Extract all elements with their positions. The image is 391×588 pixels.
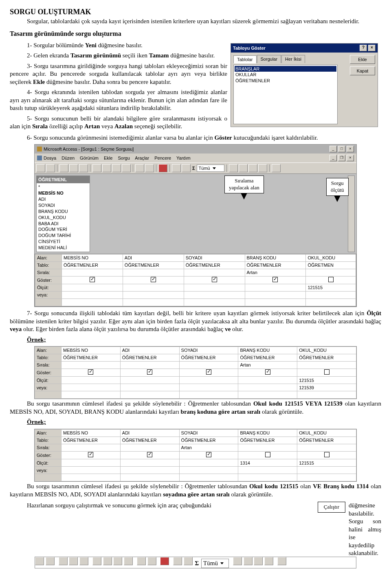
grid-cell[interactable] <box>238 384 297 391</box>
scrollbar[interactable] <box>348 176 355 252</box>
grid-cell[interactable] <box>62 459 121 467</box>
grid-cell[interactable] <box>123 269 184 276</box>
grid-cell[interactable]: 121515 <box>306 284 356 292</box>
toolbar-btn[interactable] <box>69 164 78 172</box>
grid-cell[interactable]: ÖĞRETMENLER <box>297 354 356 362</box>
toolbar-btn[interactable] <box>258 164 267 172</box>
toolbar-btn[interactable] <box>46 164 55 172</box>
grid-cell[interactable] <box>245 292 306 299</box>
top-values-combo[interactable]: Tümü <box>197 165 224 172</box>
show-checkbox[interactable] <box>62 369 121 377</box>
toolbar-btn[interactable] <box>122 164 131 172</box>
menu-item[interactable]: Araçlar <box>135 156 149 160</box>
grid-cell[interactable] <box>306 269 356 276</box>
grid-cell[interactable]: ÖĞRETMEN <box>306 261 356 269</box>
restore-icon[interactable]: ❐ <box>338 155 345 161</box>
grid-cell[interactable] <box>179 377 238 384</box>
grid-cell[interactable]: ÖĞRETMENLER <box>179 354 238 362</box>
toolbar-btn[interactable] <box>233 557 242 565</box>
grid-cell[interactable] <box>62 284 123 292</box>
toolbar-btn[interactable] <box>147 557 156 565</box>
menu-item[interactable]: Dosya <box>44 156 56 160</box>
grid-cell[interactable]: Artan <box>238 362 297 369</box>
grid-cell[interactable]: ÖĞRETMENLER <box>120 437 179 444</box>
tab-her-ikisi[interactable]: Her İkisi <box>281 55 305 63</box>
show-checkbox[interactable] <box>179 369 238 377</box>
list-item[interactable]: ÖĞRETMENLER <box>235 78 336 83</box>
grid-cell[interactable] <box>62 269 123 276</box>
grid-cell[interactable]: 121515 <box>297 459 356 467</box>
grid-cell[interactable] <box>120 377 179 384</box>
toolbar-btn[interactable] <box>248 164 257 172</box>
menu-item[interactable]: Yardım <box>176 156 191 160</box>
menu-item[interactable]: Ekle <box>104 156 112 160</box>
toolbar-btn[interactable] <box>172 164 181 172</box>
menu-item[interactable]: Düzen <box>62 156 75 160</box>
menu-item[interactable]: Görünüm <box>80 156 99 160</box>
toolbar-btn[interactable] <box>46 557 55 565</box>
ekle-button[interactable]: Ekle <box>350 55 375 64</box>
list-item[interactable]: BRANŞLAR <box>235 66 336 72</box>
grid-cell[interactable]: BRANŞ KODU <box>245 254 306 261</box>
grid-cell[interactable] <box>62 444 121 451</box>
field-item[interactable]: MEBSİS NO <box>38 190 88 196</box>
grid-cell[interactable]: OKUL_KODU <box>297 429 356 437</box>
field-item[interactable]: CİNSİYETİ <box>38 239 88 245</box>
grid-cell[interactable]: ÖĞRETMENLER <box>123 261 184 269</box>
close-icon[interactable]: × <box>368 45 376 51</box>
field-list[interactable]: ÖĞRETMENL * MEBSİS NO ADI SOYADI BRANŞ K… <box>36 176 90 252</box>
toolbar-btn[interactable] <box>79 164 88 172</box>
grid-cell[interactable] <box>184 284 245 292</box>
grid-cell[interactable]: ÖĞRETMENLER <box>62 261 123 269</box>
toolbar-btn[interactable] <box>36 164 45 172</box>
grid-cell[interactable]: Artan <box>179 444 238 451</box>
minimize-icon[interactable]: _ <box>329 146 337 152</box>
field-item[interactable]: MEDENİ HALİ <box>38 245 88 251</box>
grid-cell[interactable] <box>179 362 238 369</box>
show-checkbox[interactable] <box>179 451 238 459</box>
toolbar-btn[interactable] <box>277 557 286 565</box>
grid-cell[interactable]: ÖĞRETMENLER <box>238 437 297 444</box>
grid-cell[interactable] <box>184 292 245 299</box>
grid-cell[interactable] <box>306 292 356 299</box>
kapat-button[interactable]: Kapat <box>350 66 375 75</box>
grid-cell[interactable]: ÖĞRETMENLER <box>297 437 356 444</box>
run-icon[interactable] <box>160 557 169 565</box>
field-item[interactable]: BRANŞ KODU <box>38 208 88 215</box>
table-list[interactable]: BRANŞLAR OKULLAR ÖĞRETMENLER <box>233 65 338 124</box>
grid-cell[interactable] <box>238 444 297 451</box>
grid-cell[interactable] <box>297 362 356 369</box>
grid-cell[interactable]: ADI <box>120 429 179 437</box>
grid-cell[interactable] <box>62 377 121 384</box>
toolbar-btn[interactable] <box>79 557 88 565</box>
toolbar-btn[interactable] <box>92 557 101 565</box>
grid-cell[interactable] <box>123 292 184 299</box>
show-checkbox[interactable] <box>120 369 179 377</box>
query-grid[interactable]: Alan: MEBSİS NO ADI SOYADI BRANŞ KODU OK… <box>35 254 356 306</box>
field-item[interactable]: BABA ADI <box>38 221 88 227</box>
grid-cell[interactable]: SOYADI <box>184 254 245 261</box>
grid-cell[interactable]: 1314 <box>238 459 297 467</box>
toolbar-btn[interactable] <box>59 557 68 565</box>
grid-cell[interactable]: OKUL_KODU <box>306 254 356 261</box>
toolbar-btn[interactable] <box>69 557 78 565</box>
field-item[interactable]: SOYADI <box>38 202 88 208</box>
grid-cell[interactable]: MEBSİS NO <box>62 254 123 261</box>
toolbar-btn[interactable] <box>102 164 111 172</box>
show-checkbox[interactable] <box>297 369 356 377</box>
grid-cell[interactable]: ÖĞRETMENLER <box>184 261 245 269</box>
grid-cell[interactable]: BRANŞ KODU <box>238 347 297 354</box>
toolbar-btn[interactable] <box>92 164 101 172</box>
grid-cell[interactable]: ÖĞRETMENLER <box>62 437 121 444</box>
toolbar-btn[interactable] <box>264 557 273 565</box>
grid-cell[interactable] <box>62 384 121 391</box>
show-checkbox[interactable] <box>123 276 184 284</box>
grid-cell[interactable]: OKUL_KODU <box>297 347 356 354</box>
grid-cell[interactable] <box>238 377 297 384</box>
toolbar-btn[interactable] <box>244 557 253 565</box>
grid-cell[interactable]: ADI <box>123 254 184 261</box>
tab-tablolar[interactable]: Tablolar <box>233 55 257 64</box>
grid-cell[interactable] <box>297 444 356 451</box>
toolbar-btn[interactable] <box>182 164 191 172</box>
toolbar-btn[interactable] <box>145 164 154 172</box>
